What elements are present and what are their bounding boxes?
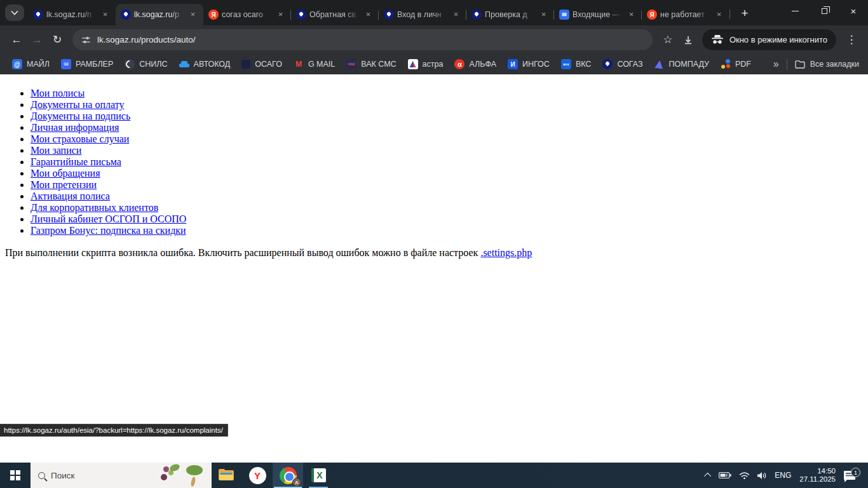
page-link[interactable]: Гарантийные письма xyxy=(31,156,121,167)
taskbar-excel[interactable]: X xyxy=(303,463,334,488)
browser-tab[interactable]: Проверка д× xyxy=(466,4,554,25)
tabs-container: lk.sogaz.ru/n×lk.sogaz.ru/p×Ясогаз осаго… xyxy=(28,4,729,25)
list-item: Документы на подпись xyxy=(31,111,863,122)
tab-close-icon[interactable]: × xyxy=(100,10,111,20)
browser-tab[interactable]: ✉Входящие —× xyxy=(554,4,642,25)
bookmark-label: астра xyxy=(423,60,444,69)
taskbar-search-box[interactable]: Поиск xyxy=(31,463,212,488)
page-link[interactable]: Мои обращения xyxy=(31,168,100,179)
bookmarks-separator xyxy=(787,59,787,70)
taskbar-clock[interactable]: 14:50 27.11.2025 xyxy=(795,467,840,484)
mailru-icon: @ xyxy=(12,59,22,69)
minimize-button[interactable] xyxy=(780,0,810,22)
site-settings-icon[interactable] xyxy=(81,36,91,44)
browser-tab[interactable]: Вход в личн× xyxy=(379,4,466,25)
screen: lk.sogaz.ru/n×lk.sogaz.ru/p×Ясогаз осаго… xyxy=(0,0,868,488)
ingos-icon: И xyxy=(508,59,518,69)
tab-close-icon[interactable]: × xyxy=(275,10,286,20)
volume-status[interactable] xyxy=(754,463,771,488)
bookmark-label: МАЙЛ xyxy=(27,60,50,69)
incognito-icon xyxy=(711,35,724,44)
taskbar-file-explorer[interactable] xyxy=(212,463,242,488)
battery-status[interactable] xyxy=(715,463,735,488)
new-tab-button[interactable]: + xyxy=(735,4,754,22)
back-button[interactable]: ← xyxy=(6,30,27,50)
browser-tab[interactable]: lk.sogaz.ru/p× xyxy=(116,4,203,25)
tab-close-icon[interactable]: × xyxy=(363,10,374,20)
page-link[interactable]: Для корпоративных клиентов xyxy=(31,202,158,213)
bookmark-item[interactable]: MG MAIL xyxy=(288,57,341,71)
page-link[interactable]: Газпром Бонус: подписка на скидки xyxy=(31,225,186,236)
bookmark-item[interactable]: астра xyxy=(402,57,449,71)
bookmark-label: PDF xyxy=(735,60,751,69)
tab-close-icon[interactable]: × xyxy=(714,10,724,20)
downloads-button[interactable] xyxy=(678,30,698,50)
bookmark-item[interactable]: VAKВАК СМС xyxy=(341,57,402,71)
bookmark-item[interactable]: αАЛЬФА xyxy=(449,57,502,71)
bookmark-item[interactable]: АВТОКОД xyxy=(173,57,236,71)
page-link[interactable]: Активация полиса xyxy=(31,191,110,201)
bookmark-item[interactable]: вскВКС xyxy=(555,57,597,71)
language-indicator[interactable]: ENG xyxy=(771,463,795,488)
pdf-icon xyxy=(721,59,731,69)
browser-tab[interactable]: Ясогаз осаго× xyxy=(203,4,291,25)
page-link[interactable]: Документы на подпись xyxy=(31,111,130,121)
bookmark-item[interactable]: СНИЛС xyxy=(119,57,173,71)
bookmark-item[interactable]: ОСАГО xyxy=(236,58,288,71)
tab-close-icon[interactable]: × xyxy=(538,10,549,20)
status-bar-url: https://lk.sogaz.ru/auth/esia/?backurl=h… xyxy=(0,424,228,437)
bookmark-item[interactable]: ✉РАМБЛЕР xyxy=(55,57,119,71)
bookmarks-overflow-button[interactable]: » xyxy=(773,58,779,70)
network-status[interactable] xyxy=(735,463,754,488)
page-link[interactable]: Мои записи xyxy=(31,145,81,156)
yandex-favicon: Я xyxy=(208,10,219,20)
bookmark-label: ИНГОС xyxy=(522,60,550,69)
start-button[interactable] xyxy=(0,463,31,488)
page-link[interactable]: Мои страховые случаи xyxy=(31,133,129,144)
chevron-up-icon xyxy=(704,473,711,480)
bookmark-label: АВТОКОД xyxy=(194,60,231,69)
browser-tab[interactable]: lk.sogaz.ru/n× xyxy=(28,4,116,25)
bookmark-item[interactable]: ПОМПАДУ xyxy=(649,57,715,71)
page-link[interactable]: Личный кабинет ОСГОП и ОСОПО xyxy=(31,214,186,224)
page-link[interactable]: Личная информация xyxy=(31,122,119,133)
file-explorer-icon xyxy=(219,469,235,482)
tab-close-icon[interactable]: × xyxy=(626,10,637,20)
bookmark-item[interactable]: ИИНГОС xyxy=(502,57,555,71)
bookmark-item[interactable]: PDF xyxy=(715,57,757,71)
yandex-browser-icon: Y xyxy=(249,467,266,484)
search-highlight-art[interactable] xyxy=(159,463,212,488)
folder-icon xyxy=(795,60,805,69)
tab-title: Обратная св xyxy=(309,10,360,19)
tab-close-icon[interactable]: × xyxy=(187,10,198,20)
browser-menu-button[interactable]: ⋮ xyxy=(841,30,862,50)
address-bar[interactable]: lk.sogaz.ru/products/auto/ xyxy=(72,29,653,50)
yandex-favicon: Я xyxy=(647,10,657,20)
list-item: Мои обращения xyxy=(31,168,863,179)
bookmark-item[interactable]: СОГАЗ xyxy=(597,57,648,71)
tab-search-button[interactable] xyxy=(5,4,24,21)
bookmark-item[interactable]: @МАЙЛ xyxy=(6,57,55,71)
astra-icon xyxy=(408,59,418,69)
taskbar-chrome[interactable]: A xyxy=(273,463,303,488)
list-item: Мои записи xyxy=(31,145,863,156)
settings-php-link[interactable]: .settings.php xyxy=(480,247,532,258)
taskbar-yandex-browser[interactable]: Y xyxy=(242,463,273,488)
browser-tab[interactable]: Обратная св× xyxy=(291,4,379,25)
forward-button[interactable]: → xyxy=(27,30,47,50)
close-button[interactable]: × xyxy=(839,0,868,22)
sogaz-favicon xyxy=(471,10,482,20)
url-text[interactable]: lk.sogaz.ru/products/auto/ xyxy=(97,35,196,44)
page-link[interactable]: Мои полисы xyxy=(31,88,85,98)
browser-tab[interactable]: Яне работает× xyxy=(642,4,729,25)
page-link[interactable]: Документы на оплату xyxy=(31,99,124,110)
all-bookmarks-button[interactable]: Все закладки xyxy=(795,60,859,69)
reload-button[interactable]: ↻ xyxy=(47,30,67,50)
tray-expand-button[interactable] xyxy=(702,463,715,488)
tab-title: lk.sogaz.ru/p xyxy=(134,10,184,19)
maximize-button[interactable] xyxy=(810,0,839,22)
action-center-button[interactable]: 1 xyxy=(840,471,863,480)
page-link[interactable]: Мои претензии xyxy=(31,179,97,190)
tab-close-icon[interactable]: × xyxy=(451,10,461,20)
bookmark-star-button[interactable]: ☆ xyxy=(658,30,678,50)
